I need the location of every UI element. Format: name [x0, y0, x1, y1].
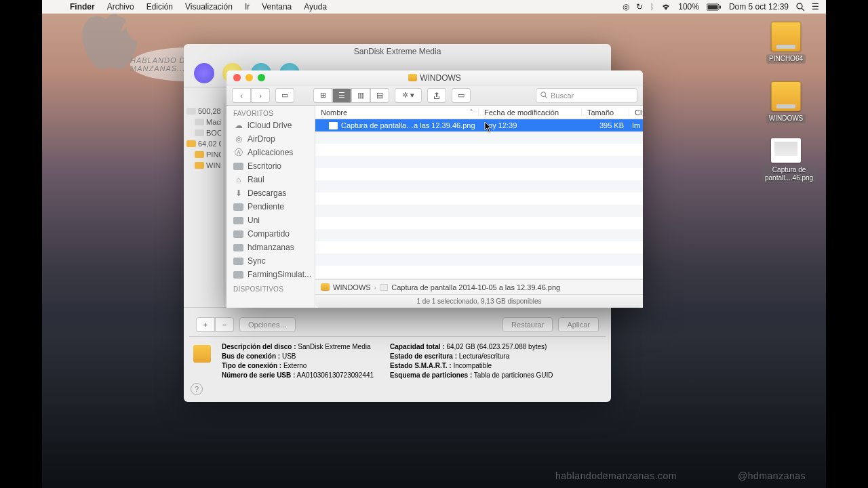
desktop-volume-pincho64[interactable]: PINCHO64 [762, 22, 810, 64]
column-headers: Nombreˆ Fecha de modificación Tamaño Cl [315, 106, 643, 119]
timemachine-icon[interactable]: ↻ [633, 2, 646, 12]
bg-disk-group[interactable]: 64,02 GB [186, 138, 221, 149]
external-drive-icon [193, 345, 211, 363]
sidebar-item-folder[interactable]: Compartido [226, 227, 315, 241]
bluetooth-icon[interactable]: ᛒ [646, 2, 658, 12]
app-menu[interactable]: Finder [64, 2, 101, 12]
status-bar: 1 de 1 seleccionado, 9,13 GB disponibles [315, 294, 643, 308]
sidebar-item-downloads[interactable]: ⬇Descargas [226, 186, 315, 200]
bg-volume[interactable]: PINCH [186, 149, 221, 160]
volume-label: PINCHO64 [766, 54, 806, 64]
disk-info-left: Descripción del disco : SanDisk Extreme … [222, 342, 374, 380]
sidebar-item-folder[interactable]: Uni [226, 214, 315, 227]
sidebar-item-desktop[interactable]: Escritorio [226, 159, 315, 173]
file-kind: Im [629, 121, 643, 129]
tags-button[interactable]: ▭ [452, 88, 471, 103]
column-header-name[interactable]: Nombreˆ [315, 108, 479, 117]
svg-point-5 [541, 92, 546, 97]
icon-view-button[interactable]: ⊞ [313, 88, 332, 103]
battery-icon[interactable] [703, 3, 725, 11]
path-segment[interactable]: Captura de pantalla 2014-10-05 a las 12.… [391, 283, 560, 291]
search-icon [540, 92, 548, 99]
sidebar-item-airdrop[interactable]: ◎AirDrop [226, 132, 315, 146]
menu-ventana[interactable]: Ventana [256, 2, 298, 12]
menu-visualizacion[interactable]: Visualización [179, 2, 239, 12]
column-header-date[interactable]: Fecha de modificación [479, 108, 582, 117]
chevron-right-icon: › [374, 283, 377, 291]
column-view-button[interactable]: ▥ [351, 88, 370, 103]
search-input[interactable]: Buscar [536, 88, 637, 103]
zoom-button[interactable] [258, 74, 265, 81]
desktop: Finder Archivo Edición Visualización Ir … [42, 0, 826, 488]
bg-window-title: SanDisk Extreme Media [184, 44, 611, 59]
coverflow-view-button[interactable]: ▤ [370, 88, 389, 103]
wifi-icon[interactable] [658, 3, 674, 11]
list-view-button[interactable]: ☰ [332, 88, 351, 103]
folder-icon [233, 230, 243, 238]
window-controls [226, 74, 265, 81]
cloud-icon: ☁ [233, 121, 243, 130]
back-button[interactable]: ‹ [232, 88, 251, 103]
folder-icon [233, 217, 243, 224]
bg-bottom-panel: + − Opciones… Restaurar Aplicar Descripc… [184, 307, 611, 402]
path-segment[interactable]: WINDOWS [333, 283, 371, 291]
svg-line-6 [545, 96, 547, 98]
menu-archivo[interactable]: Archivo [101, 2, 140, 12]
sidebar-item-folder[interactable]: hdmanzanas [226, 241, 315, 254]
sidebar-item-folder[interactable]: FarmingSimulat... [226, 268, 315, 281]
notifications-icon[interactable]: ☰ [808, 2, 826, 12]
minimize-button[interactable] [245, 74, 253, 81]
restore-button[interactable]: Restaurar [502, 317, 553, 332]
file-list[interactable]: Captura de pantalla…a las 12.39.46.png h… [315, 119, 643, 279]
file-date: hoy 12:39 [479, 121, 582, 129]
desktop-screenshot-file[interactable]: Captura depantall....46.png [762, 138, 810, 183]
folder-icon [233, 258, 243, 265]
folder-icon [233, 163, 243, 170]
status-tray[interactable]: ◎ [619, 2, 633, 12]
share-button[interactable] [427, 88, 446, 103]
sidebar-item-icloud[interactable]: ☁iCloud Drive [226, 119, 315, 132]
bg-volume[interactable]: Macint [186, 117, 221, 127]
desktop-volume-windows[interactable]: WINDOWS [762, 81, 810, 123]
image-file-icon [329, 122, 338, 129]
remove-button[interactable]: − [215, 317, 234, 332]
info-icon[interactable] [194, 63, 214, 83]
apply-button[interactable]: Aplicar [558, 317, 599, 332]
finder-window[interactable]: WINDOWS ‹ › ▭ ⊞ ☰ ▥ ▤ ✲ ▾ ▭ Buscar [226, 70, 643, 308]
menu-ir[interactable]: Ir [239, 2, 256, 12]
path-bar[interactable]: WINDOWS › Captura de pantalla 2014-10-05… [315, 279, 643, 294]
options-button[interactable]: Opciones… [239, 317, 296, 332]
sidebar-item-applications[interactable]: ⒶAplicaciones [226, 146, 315, 159]
svg-rect-2 [719, 5, 721, 8]
volume-icon [408, 74, 417, 81]
column-header-kind[interactable]: Cl [629, 108, 643, 117]
forward-button[interactable]: › [251, 88, 270, 103]
sidebar-item-home[interactable]: ⌂Raul [226, 173, 315, 186]
add-button[interactable]: + [196, 317, 215, 332]
close-button[interactable] [233, 74, 241, 81]
bg-volume[interactable]: BOOTC [186, 127, 221, 138]
arrange-button[interactable]: ✲ ▾ [395, 88, 422, 103]
bg-volume[interactable]: WINDO [186, 160, 221, 171]
path-button[interactable]: ▭ [275, 88, 294, 103]
bg-disk-group[interactable]: 500,28 GB [186, 106, 221, 117]
column-header-size[interactable]: Tamaño [582, 108, 629, 117]
help-button[interactable]: ? [191, 383, 203, 395]
finder-titlebar[interactable]: WINDOWS [226, 70, 643, 85]
clock[interactable]: Dom 5 oct 12:39 [725, 2, 793, 12]
folder-icon [233, 203, 243, 211]
file-row-selected[interactable]: Captura de pantalla…a las 12.39.46.png h… [315, 119, 643, 131]
sidebar-item-folder[interactable]: Sync [226, 254, 315, 268]
svg-point-3 [797, 3, 802, 9]
menu-ayuda[interactable]: Ayuda [298, 2, 333, 12]
spotlight-icon[interactable] [793, 3, 808, 12]
finder-sidebar: Favoritos ☁iCloud Drive ◎AirDrop ⒶAplica… [226, 106, 315, 308]
menubar: Finder Archivo Edición Visualización Ir … [42, 0, 826, 14]
sidebar-item-folder[interactable]: Pendiente [226, 200, 315, 214]
menu-edicion[interactable]: Edición [140, 2, 179, 12]
footer-url: hablandodemanzanas.com [555, 470, 677, 481]
image-file-icon [380, 284, 388, 291]
battery-percent[interactable]: 100% [674, 2, 703, 12]
folder-icon [233, 271, 243, 279]
external-drive-icon [771, 81, 801, 111]
